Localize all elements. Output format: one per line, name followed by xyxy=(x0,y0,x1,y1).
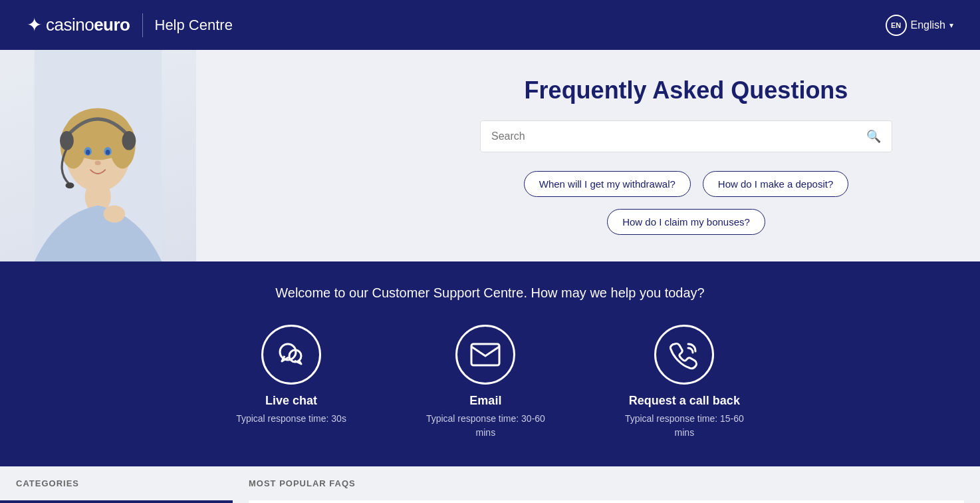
svg-point-13 xyxy=(122,131,136,150)
svg-point-11 xyxy=(95,161,101,165)
live-chat-title: Live chat xyxy=(265,394,317,408)
help-centre-label: Help Centre xyxy=(155,17,233,34)
agent-photo xyxy=(0,50,196,261)
quick-link-withdrawal[interactable]: When will I get my withdrawal? xyxy=(524,171,691,197)
support-banner: Welcome to our Customer Support Centre. … xyxy=(0,261,980,466)
logo-area: ✦ casinoeuro Help Centre xyxy=(27,13,233,37)
callback-option[interactable]: Request a call back Typical response tim… xyxy=(625,325,744,440)
star-icon: ✦ xyxy=(27,14,42,36)
quick-link-bonuses[interactable]: How do I claim my bonuses? xyxy=(607,209,765,235)
language-selector[interactable]: EN English ▾ xyxy=(886,15,953,36)
logo-text: casinoeuro xyxy=(46,15,130,35)
faqs-header: MOST POPULAR FAQS xyxy=(249,466,964,500)
svg-rect-18 xyxy=(471,344,499,365)
live-chat-desc: Typical response time: 30s xyxy=(236,412,346,426)
brand-logo[interactable]: ✦ casinoeuro xyxy=(27,14,130,36)
search-icon: 🔍 xyxy=(866,129,881,144)
quick-links: When will I get my withdrawal? How do I … xyxy=(459,171,914,235)
live-chat-option[interactable]: Live chat Typical response time: 30s xyxy=(236,325,346,440)
callback-icon-circle xyxy=(654,325,714,385)
categories-header: CATEGORIES xyxy=(0,466,233,500)
svg-point-9 xyxy=(86,150,90,155)
svg-point-12 xyxy=(60,131,74,150)
category-item-most-popular[interactable]: Most popular FAQs › xyxy=(0,500,233,503)
bottom-section: CATEGORIES Most popular FAQs › Data Priv… xyxy=(0,466,980,503)
email-icon-circle xyxy=(455,325,515,385)
search-bar[interactable]: 🔍 xyxy=(480,120,892,152)
hero-section: Frequently Asked Questions 🔍 When will I… xyxy=(0,50,980,261)
faqs-panel: MOST POPULAR FAQS My game is not loading… xyxy=(233,466,980,503)
email-option[interactable]: Email Typical response time: 30-60 mins xyxy=(426,325,545,440)
quick-link-deposit[interactable]: How do I make a deposit? xyxy=(703,171,848,197)
hero-content: Frequently Asked Questions 🔍 When will I… xyxy=(392,50,980,261)
site-header: ✦ casinoeuro Help Centre EN English ▾ xyxy=(0,0,980,50)
categories-panel: CATEGORIES Most popular FAQs › Data Priv… xyxy=(0,466,233,503)
lang-code-badge: EN xyxy=(886,15,907,36)
email-title: Email xyxy=(469,394,501,408)
chevron-down-icon: ▾ xyxy=(949,21,953,30)
header-divider xyxy=(142,13,143,37)
faq-item-0[interactable]: My game is not loading. Do I have to ins… xyxy=(249,500,964,503)
support-banner-text: Welcome to our Customer Support Centre. … xyxy=(0,285,980,301)
svg-point-15 xyxy=(104,206,125,223)
svg-point-14 xyxy=(66,182,74,188)
live-chat-icon-circle xyxy=(261,325,321,385)
search-input[interactable] xyxy=(491,121,866,152)
callback-desc: Typical response time: 15-60 mins xyxy=(625,412,744,440)
page-title: Frequently Asked Questions xyxy=(525,77,848,104)
support-options: Live chat Typical response time: 30s Ema… xyxy=(0,325,980,440)
lang-name-label: English xyxy=(911,19,945,31)
svg-point-10 xyxy=(106,150,110,155)
callback-title: Request a call back xyxy=(629,394,740,408)
email-desc: Typical response time: 30-60 mins xyxy=(426,412,545,440)
